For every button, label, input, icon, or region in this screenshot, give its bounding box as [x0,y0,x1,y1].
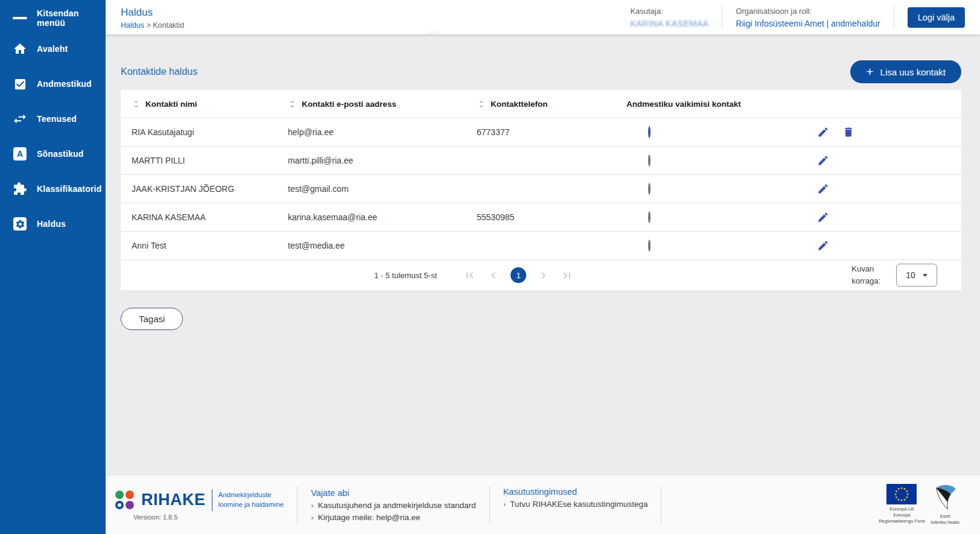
sidebar-collapse-toggle[interactable]: Kitsendan menüü [0,5,106,31]
eu-flag-caption: Euroopa Liit Euroopa Regionaalarengu Fon… [879,506,924,524]
sidebar-item-sonastikud[interactable]: A Sõnastikud [0,136,106,171]
contact-name-cell: KARINA KASEMAA [132,212,288,222]
default-contact-radio[interactable] [648,126,651,138]
svg-text:★: ★ [897,487,900,491]
sidebar-item-andmestikud[interactable]: Andmestikud [0,66,106,101]
swap-arrows-icon [12,111,28,127]
help-title: Vajate abi [311,488,476,498]
sort-icon [477,100,486,109]
brand-divider [212,489,212,511]
sidebar-item-avaleht[interactable]: Avaleht [0,31,106,66]
table-header-row: Kontakti nimi Kontakti e-posti aadress K… [121,90,961,118]
top-header: Haldus Haldus > Kontaktid Kasutaja: KARI… [106,0,980,34]
contact-name-cell: RIA Kasutajatugi [132,127,288,137]
eu-funding-logos: ★★★★★★★★★★★★ Euroopa Liit Euroopa Region… [879,484,959,526]
results-summary: 1 - 5 tulemust 5-st [374,271,437,280]
previous-page-button[interactable] [487,269,500,282]
default-contact-radio[interactable] [648,154,651,167]
organisation-value: Riigi Infosüsteemi Amet | andmehaldur [736,19,880,28]
page-number-button[interactable]: 1 [511,267,526,283]
rihake-brand: RIHAKE Andmekirjelduste loomine ja halda… [115,489,284,521]
edit-contact-button[interactable] [817,126,829,138]
sidebar-item-label: Teenused [37,114,77,124]
default-contact-radio[interactable] [648,211,651,223]
chevron-right-icon: › [311,501,314,510]
add-contact-button[interactable]: + Lisa uus kontakt [850,60,961,83]
app-window: Kitsendan menüü Avaleht Andmestikud Teen… [0,0,980,534]
edit-contact-button[interactable] [817,154,829,167]
sidebar-item-label: Klassifikaatorid [37,184,101,194]
collapse-menu-icon [12,10,28,26]
help-section: Vajate abi ›Kasutusjuhend ja andmekirjel… [311,488,476,522]
contact-email-cell: help@ria.ee [288,127,477,137]
first-page-button[interactable] [463,269,476,282]
page-title: Haldus [121,7,184,19]
sidebar-item-haldus[interactable]: Haldus [0,206,106,241]
estonia-flag-icon [931,484,959,512]
organisation-info: Organisatsioon ja roll: Riigi Infosüstee… [736,7,880,28]
default-contact-radio[interactable] [648,240,651,252]
table-row: RIA Kasutajatugi help@ria.ee 6773377 [121,118,961,147]
contact-phone-cell: 6773377 [477,127,626,137]
svg-text:★: ★ [903,498,906,501]
sidebar: Kitsendan menüü Avaleht Andmestikud Teen… [0,0,106,534]
back-button[interactable]: Tagasi [121,308,183,330]
home-icon [12,41,28,57]
sidebar-toggle-label: Kitsendan menüü [37,8,106,28]
user-name: KARINA KASEMAA [630,19,708,28]
breadcrumb-parent-link[interactable]: Haldus [121,21,144,30]
sidebar-item-label: Sõnastikud [37,149,83,159]
column-header-name[interactable]: Kontakti nimi [132,100,288,109]
sort-icon [132,100,141,109]
table-body: RIA Kasutajatugi help@ria.ee 6773377 MAR… [121,118,961,260]
column-header-default-contact: Andmestiku vaikimisi kontakt [626,100,813,109]
help-link-email[interactable]: ›Kirjutage meile: help@ria.ee [311,513,476,522]
last-page-button[interactable] [561,269,573,282]
pagination-bar: 1 - 5 tulemust 5-st 1 [121,260,961,290]
footer-divider [297,487,298,523]
breadcrumb-current: Kontaktid [153,21,184,30]
section-title: Kontaktide haldus [121,66,197,77]
column-header-phone[interactable]: Kontakttelefon [477,100,626,109]
logout-button[interactable]: Logi välja [908,7,965,28]
contact-email-cell: test@gmail.com [288,184,477,194]
column-header-email[interactable]: Kontakti e-posti aadress [288,100,477,109]
page-size-select[interactable]: 10 [896,264,937,287]
contact-name-cell: JAAK-KRISTJAN JÕEORG [132,184,288,194]
next-page-button[interactable] [537,269,550,282]
contact-email-cell: karina.kasemaa@ria.ee [288,212,477,222]
default-contact-radio[interactable] [648,183,651,195]
terms-section: Kasutustingimused ›Tutvu RIHAKEse kasutu… [503,487,648,509]
edit-contact-button[interactable] [817,211,829,223]
table-row: MARTTI PILLI martti.pilli@ria.ee [121,147,961,175]
sidebar-item-teenused[interactable]: Teenused [0,101,106,136]
user-info: Kasutaja: KARINA KASEMAA [630,7,708,28]
table-row: Anni Test test@media.ee [121,232,961,260]
estonia-logo-caption: Eesti tuleviku heaks [931,513,959,526]
contact-name-cell: Anni Test [132,241,288,250]
header-divider [722,6,722,29]
terms-title: Kasutustingimused [503,487,648,497]
terms-link[interactable]: ›Tutvu RIHAKEse kasutustingimustega [503,500,648,509]
breadcrumb-separator: > [146,21,150,30]
sidebar-item-label: Haldus [37,219,66,229]
contact-phone-cell: 55530985 [477,212,626,222]
contact-name-cell: MARTTI PILLI [132,156,288,165]
help-link-manual[interactable]: ›Kasutusjuhend ja andmekirjelduse standa… [311,501,476,510]
sidebar-item-label: Avaleht [37,44,68,54]
brand-tagline: Andmekirjelduste loomine ja haldamine [218,491,284,509]
gear-icon [12,216,28,232]
contact-email-cell: martti.pilli@ria.ee [288,156,477,165]
page-size-label: Kuvan korraga: [851,263,880,287]
edit-contact-button[interactable] [817,240,829,252]
chevron-right-icon: › [311,513,314,522]
page-size-value: 10 [906,270,915,280]
check-square-icon [12,76,28,92]
sidebar-item-klassifikaatorid[interactable]: Klassifikaatorid [0,171,106,206]
breadcrumb: Haldus > Kontaktid [121,21,184,30]
footer-divider [661,487,661,523]
edit-contact-button[interactable] [817,183,829,195]
sort-icon [288,100,297,109]
delete-contact-button[interactable] [842,126,854,138]
footer-divider [489,487,490,523]
